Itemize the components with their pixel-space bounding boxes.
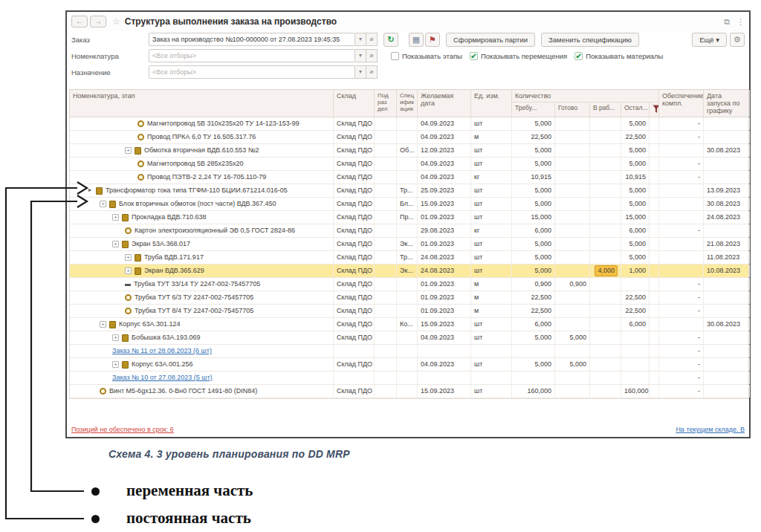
table-row[interactable]: +Обмотка вторичная ВДВ.610.553 №2Склад П… [70, 144, 748, 158]
table-row[interactable]: +Прокладка ВДВ.710.638Склад ПДОПр...01.0… [70, 211, 748, 224]
cell-nomenclature[interactable]: Магнитопровод 5В 310х235х20 ТУ 14-123-15… [70, 117, 334, 130]
col-header-done[interactable]: Готово [555, 103, 590, 117]
expand-icon[interactable]: + [112, 361, 119, 368]
cell-qty-done: 0,900 [555, 278, 590, 291]
nomenclature-dropdown-button[interactable]: ▾ [355, 49, 366, 62]
col-header-spec[interactable]: Спец ифик ация [397, 90, 418, 117]
col-header-sklad[interactable]: Склад [334, 90, 375, 117]
order-clear-button[interactable]: ⌀ [366, 33, 378, 46]
purpose-clear-button[interactable]: ⌀ [366, 65, 378, 79]
cell-nomenclature[interactable]: +Блок вторичных обмоток (пост части) ВДВ… [70, 198, 334, 210]
link-icon[interactable]: ⧉ [724, 17, 730, 27]
expand-icon[interactable]: + [100, 321, 106, 328]
nomenclature-input[interactable]: <Все отборы> [149, 49, 355, 62]
col-header-date[interactable]: Желаемая дата [418, 90, 471, 117]
expand-icon[interactable]: + [100, 201, 106, 207]
table-row[interactable]: +Бобышка 63А.193.069Склад ПДО04.09.2023ш… [70, 331, 748, 345]
table-row[interactable]: +Блок вторичных обмоток (пост части) ВДВ… [70, 198, 748, 211]
cell-nomenclature[interactable]: Трубка ТУТ 33/14 ТУ 2247-002-75457705 [70, 278, 334, 291]
not-provided-link[interactable]: Позиций не обеспечено в срок: 6 [71, 426, 174, 433]
replace-spec-button[interactable]: Заменить спецификацию [541, 33, 639, 47]
sort-funnel-icon[interactable] [650, 103, 659, 117]
structure-view-button[interactable]: ▦ [409, 33, 424, 47]
cell-nomenclature[interactable]: +Корпус 63А.301.124 [70, 318, 334, 331]
cell-nomenclature[interactable]: +Труба ВДВ.171.917 [70, 251, 334, 264]
cell-nomenclature[interactable]: Винт М5-6gх12.36. 0-Вн0 ГОСТ 1491-80 (DI… [70, 385, 334, 398]
expand-icon[interactable]: + [125, 267, 132, 274]
more-menu-icon[interactable]: ⋮ [736, 17, 745, 27]
current-stock-link[interactable]: На текущем складе. В [676, 426, 745, 433]
expand-icon[interactable]: + [112, 214, 119, 221]
nomenclature-clear-button[interactable]: ⌀ [366, 49, 378, 62]
order-link[interactable]: Заказ № 11 от 28.08.2023 (6 шт) [112, 346, 212, 356]
cell-nomenclature[interactable]: Трубка ТУТ 6/3 ТУ 2247-002-75457705 [70, 291, 334, 304]
table-row[interactable]: Заказ № 11 от 28.08.2023 (6 шт)- [70, 345, 748, 358]
purpose-dropdown-button[interactable]: ▾ [355, 65, 366, 79]
table-row[interactable]: Заказ № 10 от 27.08.2023 (5 шт)- [70, 372, 748, 385]
cell-nomenclature[interactable]: +Корпус 63А.001.256 [70, 358, 334, 371]
expand-icon[interactable]: + [125, 254, 132, 261]
checkbox-show-moves[interactable]: ✔ Показывать перемещения [470, 52, 567, 60]
col-header-launch[interactable]: Дата запуска по графику [704, 90, 750, 117]
table-row[interactable]: Трубка ТУТ 33/14 ТУ 2247-002-75457705Скл… [70, 278, 748, 291]
cell-provision: - [659, 358, 704, 371]
gear-icon[interactable]: ⚙ [730, 33, 745, 47]
table-row[interactable]: Трубка ТУТ 6/3 ТУ 2247-002-75457705Склад… [70, 291, 748, 305]
col-header-prov[interactable]: Обеспечение компл. [659, 90, 704, 117]
expand-icon[interactable]: + [125, 147, 132, 154]
col-header-qty[interactable]: Количество [512, 90, 659, 103]
refresh-button[interactable]: ↻ [383, 33, 398, 47]
table-row[interactable]: +Экран 53А.368.017Склад ПДОЭк...01.09.20… [70, 238, 748, 251]
expand-icon[interactable]: ▸ [87, 187, 93, 194]
flag-button[interactable]: ⚑ [425, 33, 440, 47]
cell-nomenclature[interactable]: Картон электроизоляционный ЭВ 0,5 ГОСТ 2… [70, 224, 334, 237]
order-input[interactable]: Заказ на производство №100-000000 от 27.… [149, 33, 355, 46]
favorite-star-icon[interactable]: ☆ [112, 16, 120, 27]
cell-nomenclature[interactable]: Заказ № 10 от 27.08.2023 (5 шт) [70, 372, 334, 384]
back-button[interactable]: ← [71, 16, 88, 27]
table-row[interactable]: +Труба ВДВ.171.917Склад ПДОТр...24.08.20… [70, 251, 748, 265]
col-header-req[interactable]: Требу... [512, 103, 555, 117]
col-header-name[interactable]: Номенклатура, этап [70, 90, 334, 117]
cell-nomenclature[interactable]: ▸Трансформатор тока типа ТГФМ-110 БЦИИ.6… [70, 184, 334, 197]
more-button[interactable]: Ещё ▾ [692, 33, 727, 47]
col-header-unit[interactable]: Ед. изм. [471, 90, 512, 117]
expand-icon[interactable]: + [112, 334, 119, 341]
table-row[interactable]: Магнитопровод 5В 310х235х20 ТУ 14-123-15… [70, 117, 748, 131]
table-row[interactable]: Магнитопровод 5В 285х235х20Склад ПДО04.0… [70, 158, 748, 171]
checkbox-show-stages[interactable]: Показывать этапы [391, 52, 462, 60]
cell-nomenclature[interactable]: +Экран 53А.368.017 [70, 238, 334, 250]
cell-nomenclature[interactable]: Трубка ТУТ 8/4 ТУ 2247-002-75457705 [70, 305, 334, 317]
forward-button[interactable]: → [90, 16, 106, 27]
col-header-rest[interactable]: Остал... [621, 103, 650, 117]
table-row[interactable]: +Корпус 63А.301.124Склад ПДОКо...15.09.2… [70, 318, 748, 331]
cell-funnel [650, 318, 659, 331]
table-row[interactable]: +Корпус 63А.001.256Склад ПДО04.09.2023шт… [70, 358, 748, 372]
expand-icon[interactable]: + [112, 241, 119, 247]
order-link[interactable]: Заказ № 10 от 27.08.2023 (5 шт) [112, 373, 213, 383]
table-row[interactable]: +Экран ВДВ.365.629Склад ПДОЭк...24.08.20… [70, 265, 748, 278]
cell-nomenclature[interactable]: +Экран ВДВ.365.629 [70, 265, 334, 277]
table-row[interactable]: Трубка ТУТ 8/4 ТУ 2247-002-75457705Склад… [70, 305, 748, 318]
cell-nomenclature[interactable]: +Бобышка 63А.193.069 [70, 331, 334, 344]
cell-nomenclature[interactable]: Магнитопровод 5В 285х235х20 [70, 158, 334, 170]
table-row[interactable]: Провод ПРКА 6,0 ТУ 16.505.317.76Склад ПД… [70, 131, 748, 144]
col-header-wip[interactable]: В раб... [590, 103, 621, 117]
purpose-input[interactable]: <Все отборы> [149, 65, 355, 79]
cell-nomenclature[interactable]: +Прокладка ВДВ.710.638 [70, 211, 334, 224]
cell-qty-inwork [590, 345, 621, 357]
form-batches-button[interactable]: Сформировать партии [446, 33, 535, 47]
cell-nomenclature[interactable]: Заказ № 11 от 28.08.2023 (6 шт) [70, 345, 334, 357]
nomenclature-label: Корпус 63А.301.124 [119, 319, 181, 329]
cell-qty-rest [621, 345, 650, 357]
order-dropdown-button[interactable]: ▾ [355, 33, 366, 46]
col-header-podrazdel[interactable]: Под раз дел [375, 90, 397, 117]
cell-nomenclature[interactable]: +Обмотка вторичная ВДВ.610.553 №2 [70, 144, 334, 157]
table-row[interactable]: Картон электроизоляционный ЭВ 0,5 ГОСТ 2… [70, 224, 748, 238]
checkbox-show-materials[interactable]: ✔ Показывать материалы [574, 52, 663, 60]
table-row[interactable]: ▸Трансформатор тока типа ТГФМ-110 БЦИИ.6… [70, 184, 748, 198]
table-row[interactable]: Провод ПЭТВ-2 2,24 ТУ 16-705.110-79Склад… [70, 171, 748, 184]
cell-nomenclature[interactable]: Провод ПРКА 6,0 ТУ 16.505.317.76 [70, 131, 334, 143]
table-row[interactable]: Винт М5-6gх12.36. 0-Вн0 ГОСТ 1491-80 (DI… [70, 385, 748, 398]
cell-nomenclature[interactable]: Провод ПЭТВ-2 2,24 ТУ 16-705.110-79 [70, 171, 334, 184]
